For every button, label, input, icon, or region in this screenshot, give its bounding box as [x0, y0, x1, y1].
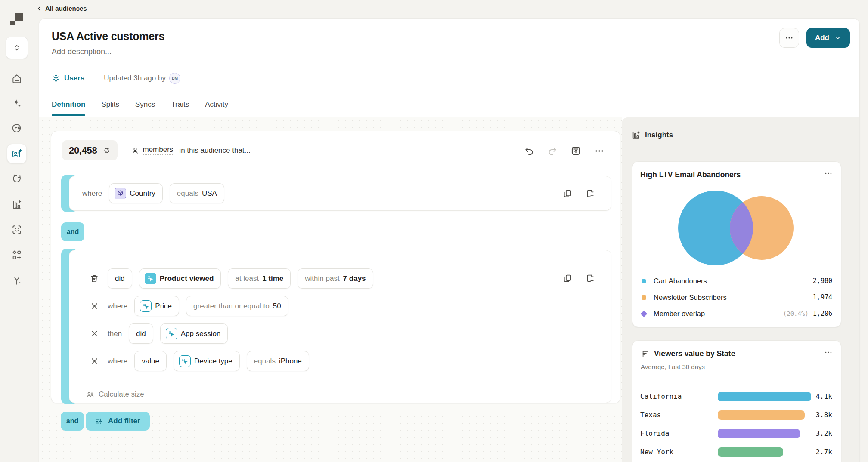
insights-title: Insights: [645, 131, 673, 139]
venn-card-title: High LTV Email Abandoners: [640, 170, 741, 179]
property-icon-wrap: [115, 188, 126, 199]
window-prefix: within past: [305, 274, 339, 283]
entity-type-link[interactable]: Users: [52, 74, 84, 83]
condition-group-2: did Product viewed at least 1 time: [61, 250, 611, 403]
add-filter-button[interactable]: Add filter: [86, 412, 150, 431]
bar-value: 3.8k: [815, 411, 832, 419]
copy-add-icon[interactable]: [585, 189, 595, 198]
tab-syncs[interactable]: Syncs: [135, 100, 155, 116]
tab-bar: Definition Splits Syncs Traits Activity: [52, 100, 228, 116]
ellipsis-icon: [824, 169, 833, 178]
funnel-chart-icon: [641, 350, 650, 358]
add-button[interactable]: Add: [806, 28, 850, 48]
chevron-down-icon: [834, 34, 841, 41]
tab-activity[interactable]: Activity: [205, 100, 228, 116]
sidebar-item-identity[interactable]: [11, 224, 23, 236]
bar-row: Texas 3.8k: [632, 406, 841, 424]
event-pill-app-session[interactable]: App session: [160, 323, 228, 344]
qualifier-pill[interactable]: value: [134, 351, 167, 371]
redo-icon[interactable]: [547, 146, 558, 156]
tab-traits[interactable]: Traits: [171, 100, 189, 116]
delete-row-button[interactable]: [90, 274, 99, 283]
property-pill-device-type[interactable]: Device type: [174, 351, 240, 371]
sidebar-item-audiences-active[interactable]: [7, 144, 27, 163]
event-condition-card: did Product viewed at least 1 time: [69, 250, 611, 403]
duplicate-icon[interactable]: [563, 274, 572, 283]
remove-subfilter-button[interactable]: [90, 302, 99, 310]
sidebar-item-sync[interactable]: [11, 172, 23, 185]
sidebar-item-ai[interactable]: [11, 97, 23, 109]
sidebar-item-sources[interactable]: [11, 122, 23, 134]
card-menu-button[interactable]: [824, 348, 833, 357]
tab-definition[interactable]: Definition: [52, 100, 85, 116]
meta-row: Users Updated 3h ago by DM: [52, 71, 180, 85]
snowflake-icon: [52, 74, 60, 83]
header-actions: Add: [779, 28, 850, 48]
event-pill-product-viewed[interactable]: Product viewed: [139, 268, 221, 289]
did-pill[interactable]: did: [129, 323, 153, 344]
card-menu-button[interactable]: [824, 169, 833, 178]
close-icon: [90, 302, 99, 310]
property-pill-country[interactable]: Country: [109, 183, 163, 203]
bar-label: California: [640, 392, 682, 400]
and-connector-1[interactable]: and: [61, 222, 84, 241]
save-template-icon[interactable]: [570, 145, 581, 156]
tab-splits[interactable]: Splits: [101, 100, 119, 116]
operator-value-pill[interactable]: equals iPhone: [247, 351, 309, 371]
legend-percent: (20.4%): [783, 310, 809, 317]
bar-value: 4.1k: [815, 392, 832, 400]
event-name: App session: [181, 330, 221, 338]
event-spark-icon: [147, 275, 154, 282]
more-icon[interactable]: [594, 146, 604, 156]
description-placeholder[interactable]: Add description...: [52, 47, 112, 56]
frequency-pill[interactable]: at least 1 time: [228, 268, 291, 289]
subfilter-keyword: where: [108, 357, 127, 366]
member-count-pill[interactable]: 20,458: [62, 140, 118, 160]
time-window-pill[interactable]: within past 7 days: [298, 268, 373, 289]
insight-card-venn: High LTV Email Abandoners Cart Abandoner…: [632, 161, 841, 327]
frequency-prefix: at least: [235, 274, 259, 283]
sidebar-item-journeys[interactable]: [11, 274, 23, 286]
entity-type-label: Users: [64, 74, 84, 83]
calculate-size-button[interactable]: Calculate size: [69, 386, 611, 403]
members-link[interactable]: members: [143, 145, 174, 155]
undo-icon[interactable]: [524, 146, 534, 156]
query-toolbar: [524, 145, 604, 156]
operator-value-pill[interactable]: equals USA: [170, 183, 224, 203]
subfilter-keyword: then: [108, 330, 122, 338]
bar-chart-plus-icon: [11, 199, 22, 210]
property-label: Country: [130, 189, 155, 198]
legend-row: Member overlap (20.4%) 1,206: [632, 305, 841, 322]
legend-value: 1,974: [813, 293, 832, 301]
bar-label: New York: [640, 448, 673, 456]
remove-subfilter-button[interactable]: [90, 357, 99, 365]
ellipsis-icon: [824, 348, 833, 357]
copy-add-icon[interactable]: [585, 274, 595, 283]
property-pill-price[interactable]: Price: [134, 296, 179, 316]
and-connector-2[interactable]: and: [61, 412, 84, 431]
sidebar-item-analytics[interactable]: [11, 199, 23, 211]
condition-group-1: where Country equals USA: [61, 176, 611, 211]
face-arrow-icon: [11, 123, 22, 134]
face-scan-icon: [11, 224, 22, 235]
app-logo[interactable]: [10, 12, 25, 26]
close-icon: [90, 357, 99, 365]
operator-value-pill[interactable]: greater than or equal to 50: [186, 296, 288, 316]
frequency-value: 1 time: [262, 274, 283, 283]
breadcrumb[interactable]: All audiences: [36, 5, 87, 12]
operator-label: equals: [254, 357, 276, 366]
sidebar-item-home[interactable]: [11, 73, 23, 85]
sidebar-item-apps[interactable]: [11, 249, 23, 261]
avatar[interactable]: DM: [169, 73, 180, 84]
workspace-switcher-button[interactable]: [6, 37, 28, 59]
legend-value: 2,980: [813, 277, 832, 285]
subfilter-row: then did App session: [69, 323, 611, 344]
legend-value: 1,206: [813, 310, 832, 317]
header-more-button[interactable]: [779, 28, 799, 48]
value-label: 50: [273, 302, 281, 311]
duplicate-icon[interactable]: [563, 189, 572, 198]
did-pill[interactable]: did: [108, 268, 132, 289]
event-spark-icon: [143, 303, 149, 310]
operator-label: greater than or equal to: [193, 302, 270, 311]
remove-subfilter-button[interactable]: [90, 330, 99, 338]
